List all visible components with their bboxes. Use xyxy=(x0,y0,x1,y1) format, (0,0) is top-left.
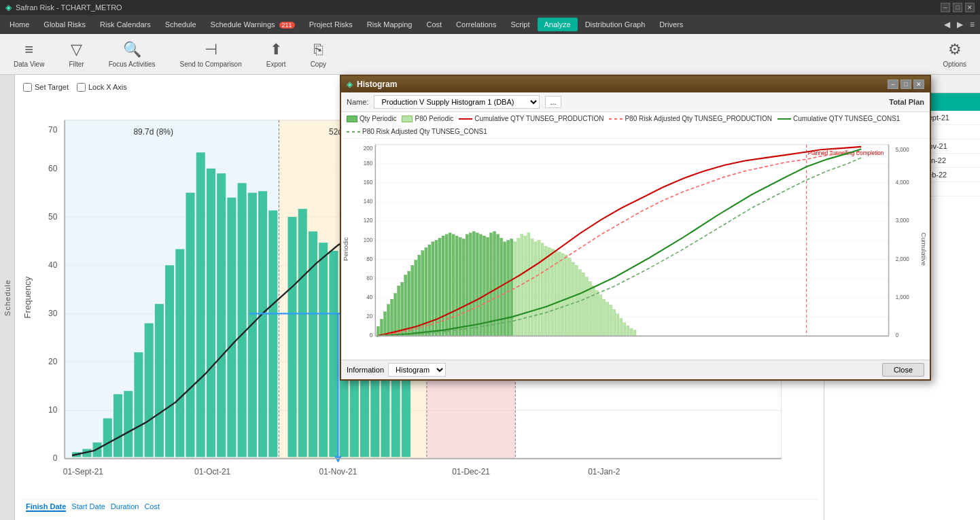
svg-rect-152 xyxy=(561,254,564,336)
svg-rect-116 xyxy=(438,238,441,336)
app-icon: ◈ xyxy=(5,3,12,12)
legend-p80-adjusted-cons1-label: P80 Risk Adjusted Qty TUNSEG_CONS1 xyxy=(362,128,487,135)
svg-rect-115 xyxy=(435,241,438,336)
svg-rect-135 xyxy=(504,242,506,336)
dialog-name-select[interactable]: Production V Supply Histogram 1 (DBA) xyxy=(374,95,540,109)
toolbar-send-to-comparison[interactable]: ⊣ Send to Comparison xyxy=(175,38,247,71)
svg-rect-171 xyxy=(627,326,629,336)
svg-text:20: 20 xyxy=(48,357,57,367)
svg-rect-34 xyxy=(145,324,154,457)
svg-rect-124 xyxy=(466,235,468,336)
dialog-minimize-button[interactable]: – xyxy=(888,80,898,89)
data-view-icon: ≡ xyxy=(24,41,33,58)
svg-text:Cumulative: Cumulative xyxy=(920,232,928,266)
legend-p80-periodic: P80 Periodic xyxy=(402,115,453,122)
menu-nav[interactable]: ◀ ▶ ≡ xyxy=(941,18,977,31)
svg-text:40: 40 xyxy=(366,294,372,300)
menu-cost[interactable]: Cost xyxy=(419,18,449,31)
menu-distribution-graph[interactable]: Distribution Graph xyxy=(578,18,652,31)
svg-rect-143 xyxy=(531,239,533,336)
svg-rect-147 xyxy=(544,246,547,336)
menu-schedule[interactable]: Schedule xyxy=(158,18,203,31)
dialog-title-text: Histogram xyxy=(357,80,883,89)
svg-rect-46 xyxy=(268,211,277,457)
menu-correlations[interactable]: Correlations xyxy=(449,18,503,31)
tab-cost[interactable]: Cost xyxy=(144,502,160,512)
menu-risk-mapping[interactable]: Risk Mapping xyxy=(360,18,419,31)
set-target-checkbox[interactable]: Set Target xyxy=(23,83,69,92)
legend-cumulative-production-line xyxy=(459,118,472,120)
tab-finish-date[interactable]: Finish Date xyxy=(26,502,66,512)
dialog-title-bar: ◈ Histogram – □ ✕ xyxy=(341,76,930,92)
toolbar-export[interactable]: ⬆ Export xyxy=(261,38,292,71)
menu-schedule-warnings[interactable]: Schedule Warnings 211 xyxy=(204,18,302,31)
dialog-chart: 0 20 40 60 80 100 120 140 160 180 200 Pe… xyxy=(341,139,930,360)
nav-menu-button[interactable]: ≡ xyxy=(967,18,977,31)
dialog-close-button[interactable]: ✕ xyxy=(913,80,924,89)
toolbar-data-view[interactable]: ≡ Data View xyxy=(8,38,50,71)
svg-rect-140 xyxy=(521,235,523,336)
toolbar-focus-activities[interactable]: 🔍 Focus Activities xyxy=(103,38,161,71)
menu-drivers[interactable]: Drivers xyxy=(652,18,690,31)
menu-script[interactable]: Script xyxy=(504,18,536,31)
svg-rect-153 xyxy=(565,255,567,336)
dialog-footer-left: Information Histogram xyxy=(347,363,446,377)
main-content: Schedule Set Target Lock X Axis Histogra… xyxy=(0,75,980,520)
svg-rect-123 xyxy=(462,239,465,336)
menu-risk-calendars[interactable]: Risk Calendars xyxy=(93,18,158,31)
svg-rect-101 xyxy=(387,305,389,336)
lock-x-axis-checkbox[interactable]: Lock X Axis xyxy=(77,83,127,92)
histogram-close-button[interactable]: Close xyxy=(882,363,924,377)
svg-marker-61 xyxy=(334,456,342,462)
svg-text:50: 50 xyxy=(48,211,57,222)
svg-rect-31 xyxy=(113,394,122,457)
svg-rect-40 xyxy=(207,169,215,457)
svg-rect-122 xyxy=(459,237,461,336)
svg-rect-32 xyxy=(124,391,133,457)
schedule-side-tab[interactable]: Schedule xyxy=(0,75,15,520)
set-target-input[interactable] xyxy=(23,83,32,92)
svg-text:180: 180 xyxy=(364,160,373,167)
svg-text:01-Sept-21: 01-Sept-21 xyxy=(63,467,103,477)
svg-text:100: 100 xyxy=(364,236,373,243)
minimize-button[interactable]: – xyxy=(941,3,950,12)
toolbar-copy[interactable]: ⎘ Copy xyxy=(305,38,332,71)
lock-x-input[interactable] xyxy=(77,83,86,92)
legend-p80-adjusted-cons1-line xyxy=(347,131,360,133)
nav-back-button[interactable]: ◀ xyxy=(941,18,953,31)
menu-global-risks[interactable]: Global Risks xyxy=(37,18,92,31)
toolbar-options[interactable]: ⚙ Options xyxy=(938,38,972,71)
filter-label: Filter xyxy=(69,60,84,68)
maximize-button[interactable]: □ xyxy=(953,3,962,12)
tab-start-date[interactable]: Start Date xyxy=(71,502,105,512)
svg-text:10: 10 xyxy=(48,405,57,415)
svg-text:4,000: 4,000 xyxy=(896,179,909,186)
svg-rect-102 xyxy=(391,299,393,336)
close-window-button[interactable]: ✕ xyxy=(965,3,975,12)
svg-rect-157 xyxy=(578,270,581,336)
svg-rect-164 xyxy=(603,299,606,336)
toolbar-filter[interactable]: ▽ Filter xyxy=(63,38,89,71)
title-bar-controls[interactable]: – □ ✕ xyxy=(941,3,975,12)
svg-rect-158 xyxy=(582,273,584,336)
svg-rect-130 xyxy=(486,237,489,336)
nav-forward-button[interactable]: ▶ xyxy=(954,18,966,31)
svg-rect-98 xyxy=(377,326,379,336)
schedule-warnings-badge: 211 xyxy=(279,22,295,29)
svg-rect-39 xyxy=(196,152,205,457)
menu-home[interactable]: Home xyxy=(3,18,36,31)
svg-rect-165 xyxy=(606,302,609,336)
dialog-footer-info-label: Information xyxy=(347,366,384,374)
menu-analyze[interactable]: Analyze xyxy=(538,18,578,31)
tab-duration[interactable]: Duration xyxy=(111,502,139,512)
legend-cumulative-cons1-line xyxy=(777,118,791,120)
dialog-controls[interactable]: – □ ✕ xyxy=(888,80,924,89)
legend-qty-periodic: Qty Periodic xyxy=(347,115,396,122)
dialog-total-plan: Total Plan xyxy=(889,98,924,106)
scroll-up-icon[interactable]: ▲ xyxy=(965,97,975,107)
dialog-footer-select[interactable]: Histogram xyxy=(388,363,446,377)
dialog-ellipsis-button[interactable]: ... xyxy=(545,96,561,108)
menu-project-risks[interactable]: Project Risks xyxy=(302,18,360,31)
dialog-maximize-button[interactable]: □ xyxy=(900,80,911,89)
copy-icon: ⎘ xyxy=(314,41,323,58)
